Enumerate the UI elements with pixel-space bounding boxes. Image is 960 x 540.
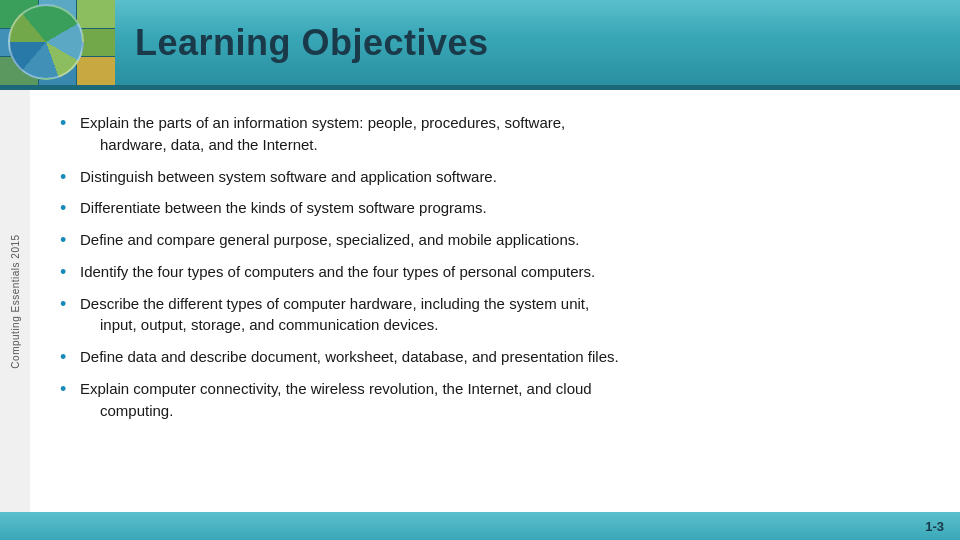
list-item: Distinguish between system software and …	[60, 166, 910, 188]
page-title: Learning Objectives	[115, 22, 489, 64]
list-item: Define data and describe document, works…	[60, 346, 910, 368]
globe-icon	[8, 4, 84, 80]
list-item: Identify the four types of computers and…	[60, 261, 910, 283]
main-content: Explain the parts of an information syst…	[30, 90, 960, 512]
objectives-list: Explain the parts of an information syst…	[60, 112, 910, 421]
footer-bar: 1-3	[0, 512, 960, 540]
globe-area	[0, 0, 115, 85]
list-item: Differentiate between the kinds of syste…	[60, 197, 910, 219]
header: Learning Objectives	[0, 0, 960, 85]
page-number: 1-3	[925, 519, 944, 534]
list-item: Explain the parts of an information syst…	[60, 112, 910, 156]
sidebar-label: Computing Essentials 2015	[10, 234, 21, 368]
list-item: Explain computer connectivity, the wirel…	[60, 378, 910, 422]
content-area: Computing Essentials 2015 Explain the pa…	[0, 90, 960, 512]
sidebar: Computing Essentials 2015	[0, 90, 30, 512]
list-item: Describe the different types of computer…	[60, 293, 910, 337]
list-item: Define and compare general purpose, spec…	[60, 229, 910, 251]
